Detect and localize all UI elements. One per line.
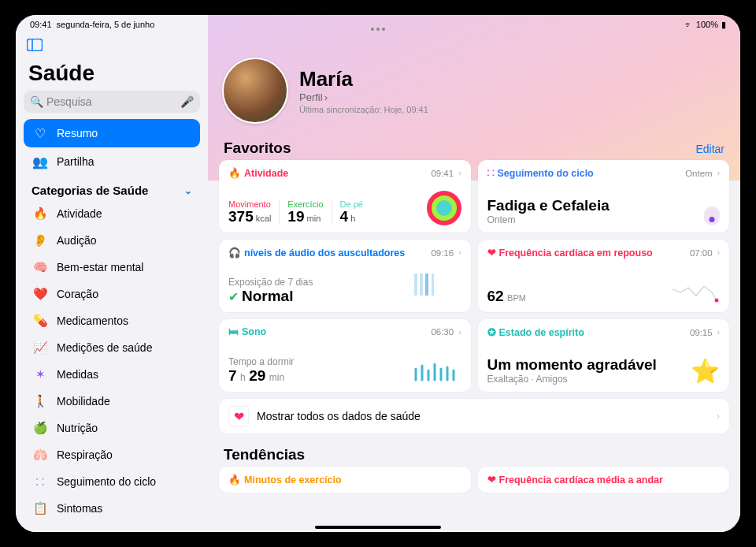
cycle-icon: ⸬ [32, 473, 49, 490]
cat-respiratory[interactable]: 🫁Respiração [24, 441, 200, 468]
card-resting-hr[interactable]: ❤︎Frequência cardíaca em repouso07:00› 6… [478, 240, 730, 312]
card-trend-walking-hr[interactable]: ❤︎Frequência cardíaca média a andar [478, 467, 730, 493]
ruler-icon: ✶ [32, 366, 49, 383]
cycle-indicator-icon [704, 207, 720, 225]
chevron-down-icon: ⌄ [184, 185, 192, 196]
card-activity[interactable]: 🔥Atividade09:41› Movimento375 kcal Exerc… [219, 160, 471, 233]
flame-icon: 🔥 [228, 474, 241, 486]
cycle-value: Fadiga e Cefaleia [487, 197, 610, 214]
app-title: Saúde [24, 61, 200, 86]
search-placeholder: Pesquisa [46, 95, 92, 108]
profile-header[interactable]: María Perfil › Última sincronização: Hoj… [222, 58, 729, 124]
chevron-right-icon: › [324, 91, 328, 103]
svg-point-2 [715, 299, 719, 303]
chart-icon: 📈 [32, 339, 49, 356]
chevron-right-icon: › [458, 169, 461, 177]
profile-link[interactable]: Perfil › [299, 91, 428, 103]
profile-name: María [299, 67, 428, 91]
chevron-right-icon: › [717, 328, 720, 337]
status-date: segunda-feira, 5 de junho [57, 20, 155, 29]
cat-mobility[interactable]: 🚶Mobilidade [24, 388, 200, 415]
check-icon: ✔︎ [228, 289, 239, 304]
heart-icon: ❤︎ [228, 406, 249, 426]
ear-icon: 👂 [32, 232, 49, 249]
people-icon: 👥 [32, 153, 49, 170]
activity-rings-icon [427, 191, 461, 225]
card-sleep[interactable]: 🛏Sono06:30› Tempo a dormir 7 h 29 min [219, 319, 471, 392]
bed-icon: 🛏 [228, 326, 239, 337]
battery-pct: 100% [696, 20, 718, 29]
mic-icon[interactable]: 🎤 [180, 95, 194, 108]
nav-summary[interactable]: ♡ Resumo [24, 119, 200, 147]
hr-value: 62 [487, 288, 504, 304]
cat-nutrition[interactable]: 🍏Nutrição [24, 415, 200, 441]
nav-sharing[interactable]: 👥 Partilha [24, 147, 200, 176]
avatar[interactable] [222, 58, 288, 124]
edit-favorites-button[interactable]: Editar [695, 143, 724, 155]
cat-hearing[interactable]: 👂Audição [24, 227, 200, 254]
headphone-icon: 🎧 [228, 247, 241, 259]
chevron-right-icon: › [458, 248, 461, 257]
status-time: 09:41 [30, 20, 52, 29]
home-indicator[interactable] [315, 526, 441, 529]
search-icon: 🔍 [30, 95, 43, 108]
mood-icon: ✪ [487, 326, 496, 338]
clipboard-icon: 📋 [32, 500, 49, 517]
cat-symptoms[interactable]: 📋Sintomas [24, 495, 200, 522]
heart-icon: ❤︎ [487, 247, 496, 259]
chevron-right-icon: › [717, 248, 720, 257]
flame-icon: 🔥 [32, 205, 49, 222]
toggle-sidebar-button[interactable] [27, 39, 200, 54]
show-all-health-data[interactable]: ❤︎ Mostrar todos os dados de saúde › [219, 399, 729, 434]
pill-icon: 💊 [32, 312, 49, 329]
cat-activity[interactable]: 🔥Atividade [24, 200, 200, 227]
apple-icon: 🍏 [32, 419, 49, 437]
cat-metrics[interactable]: 📈Medições de saúde [24, 334, 200, 361]
heart-icon: ❤️ [32, 285, 49, 303]
cycle-icon: ⸬ [487, 167, 495, 179]
star-icon: ⭐ [691, 357, 720, 385]
wifi-icon: ᯤ [684, 20, 693, 29]
lungs-icon: 🫁 [32, 446, 49, 463]
card-mood[interactable]: ✪Estado de espírito09:15› Um momento agr… [478, 319, 730, 392]
chevron-right-icon: › [717, 411, 720, 422]
categories-title: Categorias de Saúde [32, 184, 148, 197]
cat-mental[interactable]: 🧠Bem-estar mental [24, 254, 200, 281]
card-trend-exercise[interactable]: 🔥Minutos de exercício [219, 467, 471, 493]
audio-sparkline-icon [414, 274, 461, 296]
cat-heart[interactable]: ❤️Coração [24, 281, 200, 307]
heart-outline-icon: ♡ [32, 125, 49, 142]
cat-body[interactable]: ✶Medidas [24, 361, 200, 388]
chevron-right-icon: › [717, 169, 720, 177]
search-input[interactable]: 🔍 Pesquisa 🎤 [24, 91, 200, 113]
hr-sparkline-icon [671, 281, 720, 305]
show-all-label: Mostrar todos os dados de saúde [257, 410, 421, 422]
sleep-sparkline-icon [413, 361, 461, 385]
walk-icon: 🚶 [32, 393, 49, 410]
main-content: María Perfil › Última sincronização: Hoj… [208, 15, 740, 532]
flame-icon: 🔥 [228, 167, 241, 179]
nav-summary-label: Resumo [57, 127, 98, 140]
category-list: 🔥Atividade 👂Audição 🧠Bem-estar mental ❤️… [24, 200, 200, 522]
card-cycle[interactable]: ⸬Seguimento do cicloOntem› Fadiga e Cefa… [478, 160, 730, 233]
brain-icon: 🧠 [32, 259, 49, 276]
trends-title: Tendências [224, 446, 305, 463]
heart-icon: ❤︎ [487, 474, 496, 486]
favorites-title: Favoritos [224, 140, 291, 157]
nav-sharing-label: Partilha [57, 155, 94, 168]
cat-medication[interactable]: 💊Medicamentos [24, 307, 200, 334]
multitask-dots[interactable] [371, 28, 385, 31]
profile-sync: Última sincronização: Hoje, 09:41 [299, 105, 428, 114]
cat-cycle[interactable]: ⸬Seguimento do ciclo [24, 468, 200, 495]
svg-rect-0 [28, 39, 43, 51]
card-headphone-audio[interactable]: 🎧níveis de áudio dos auscultadores09:16›… [219, 240, 471, 312]
chevron-right-icon: › [458, 328, 461, 337]
sidebar: Saúde 🔍 Pesquisa 🎤 ♡ Resumo 👥 Partilha C… [16, 15, 208, 532]
battery-icon: ▮ [721, 20, 726, 30]
categories-header[interactable]: Categorias de Saúde ⌄ [24, 176, 200, 200]
